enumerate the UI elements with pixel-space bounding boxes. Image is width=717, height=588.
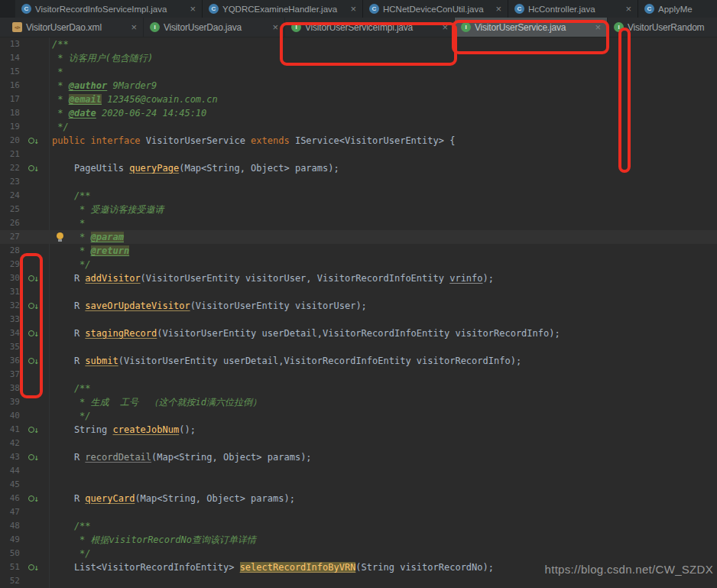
line-number: 45 — [0, 478, 20, 492]
code-line: 21 — [0, 148, 717, 161]
code-token: (VisitorUserEntity visitorUser, VisitorR… — [141, 273, 450, 284]
editor-tab[interactable]: CVisitorRecordInfoServiceImpl.java× — [15, 0, 203, 18]
code-token: PageUtils — [52, 163, 129, 174]
implemented-marker-icon[interactable]: ↓ — [28, 275, 39, 283]
code-token: 123456@cowain.com.cn — [102, 94, 218, 105]
tab-close-icon[interactable]: × — [492, 4, 501, 14]
code-token: R — [52, 273, 85, 284]
line-number: 16 — [0, 79, 20, 93]
implemented-marker-icon[interactable]: ↓ — [28, 137, 39, 145]
intention-bulb-icon[interactable] — [57, 232, 63, 239]
line-number: 39 — [0, 395, 20, 409]
code-token: * 访客用户(包含随行) — [52, 53, 153, 63]
code-text: */ — [52, 547, 91, 560]
editor-tab[interactable]: IVisitorUserDao.java× — [144, 18, 285, 37]
tab-label: YQDRCExamineHandler.java — [222, 5, 337, 14]
code-text: R submit(VisitorUserEntity userDetail,Vi… — [52, 354, 521, 368]
code-text: */ — [52, 258, 91, 271]
code-text: * @return — [52, 244, 129, 258]
code-text: /** — [52, 519, 91, 533]
editor-tab[interactable]: </>VisitorUserDao.xml× — [6, 18, 144, 37]
code-line: 14 * 访客用户(包含随行) — [0, 51, 717, 65]
gutter-cell: ↓ — [20, 560, 47, 574]
gutter-cell — [20, 382, 47, 395]
gutter-cell — [20, 505, 47, 519]
line-number: 14 — [0, 51, 20, 65]
gutter-cell — [20, 340, 47, 354]
line-number: 15 — [0, 65, 20, 79]
code-line: 39 * 生成 工号 （这个就按id满六位拉倒） — [0, 395, 717, 409]
gutter-cell — [20, 409, 47, 423]
tab-close-icon[interactable]: × — [270, 22, 278, 32]
tab-close-icon[interactable]: × — [622, 4, 631, 14]
gutter-cell — [20, 65, 47, 79]
code-token: addVisitor — [85, 273, 140, 284]
gutter-cell — [20, 464, 47, 478]
implemented-marker-icon[interactable]: ↓ — [28, 426, 39, 434]
implemented-marker-arrow: ↓ — [34, 564, 39, 572]
tab-close-icon[interactable]: × — [440, 22, 448, 32]
implemented-marker-icon[interactable]: ↓ — [28, 302, 39, 310]
code-line: 42 — [0, 437, 717, 450]
editor-tab[interactable]: CHcController.java× — [508, 0, 638, 18]
code-token: * 根据visitorRecordNo查询该订单详情 — [52, 534, 256, 545]
code-token: stagingRecord — [85, 328, 157, 339]
implemented-marker-icon[interactable]: ↓ — [28, 564, 39, 572]
code-token: * 生成 工号 （这个就按id满六位拉倒） — [52, 397, 261, 408]
implemented-marker-icon[interactable]: ↓ — [28, 164, 39, 173]
tab-label: VisitorUserRandom — [628, 22, 704, 33]
line-number: 31 — [0, 285, 20, 299]
editor-tab[interactable]: CYQDRCExamineHandler.java× — [203, 0, 363, 18]
editor-tab[interactable]: IVisitorUserRandom — [608, 18, 717, 37]
code-token: (VisitorUserEntity visitorUser); — [190, 300, 367, 311]
code-token: selectRecordInfoByVRN — [240, 562, 356, 573]
code-token: /** — [52, 39, 69, 50]
gutter-cell — [20, 547, 47, 560]
implemented-marker-arrow: ↓ — [34, 164, 39, 173]
code-editor[interactable]: 13/**14 * 访客用户(包含随行)15 *16 * @author 9Ma… — [0, 37, 717, 588]
implemented-marker-icon[interactable]: ↓ — [28, 357, 39, 365]
code-line: 18 * @date 2020-06-24 14:45:10 — [0, 106, 717, 120]
tab-bar-secondary: </>VisitorUserDao.xml×IVisitorUserDao.ja… — [0, 18, 717, 37]
tab-close-icon[interactable]: × — [128, 22, 137, 32]
code-token: (); — [179, 424, 196, 435]
tab-bar-primary: CVisitorRecordInfoServiceImpl.java×CYQDR… — [0, 0, 717, 18]
code-token: @email — [69, 94, 102, 105]
line-number: 46 — [0, 492, 20, 505]
code-line: 24 /** — [0, 189, 717, 203]
tab-close-icon[interactable]: × — [347, 4, 356, 14]
editor-tab[interactable]: IVisitorUserService.java× — [455, 18, 608, 37]
code-text: R addVisitor(VisitorUserEntity visitorUs… — [52, 271, 494, 285]
implemented-marker-icon[interactable]: ↓ — [28, 495, 39, 503]
code-text: R saveOrUpdateVisitor(VisitorUserEntity … — [52, 299, 367, 313]
code-token: */ — [52, 259, 91, 270]
gutter-cell — [20, 519, 47, 533]
code-text: * @email 123456@cowain.com.cn — [52, 93, 218, 106]
code-token: @param — [91, 232, 124, 242]
code-line: 35 — [0, 340, 717, 354]
gutter-cell — [20, 437, 47, 450]
gutter-cell — [20, 120, 47, 134]
code-token: (Map<String, Object> params); — [135, 493, 295, 504]
code-token: @return — [91, 245, 130, 256]
code-text: List<VisitorRecordInfoEntity> selectReco… — [52, 560, 494, 574]
code-text: R stagingRecord(VisitorUserEntity userDe… — [52, 326, 560, 340]
gutter-cell — [20, 37, 47, 51]
editor-tab[interactable]: CHCNetDeviceConUtil.java× — [363, 0, 508, 18]
editor-tab[interactable]: CApplyMe× — [638, 0, 717, 18]
code-token: */ — [52, 548, 91, 559]
code-line: 22↓ PageUtils queryPage(Map<String, Obje… — [0, 161, 717, 175]
line-number: 48 — [0, 519, 20, 533]
java-interface-icon: I — [614, 22, 624, 32]
editor-tab[interactable]: IVisitorUserServiceImpl.java× — [285, 18, 455, 37]
implemented-marker-icon[interactable]: ↓ — [28, 330, 39, 338]
tab-close-icon[interactable]: × — [592, 22, 601, 32]
code-line: 48 /** — [0, 519, 717, 533]
tab-close-icon[interactable]: × — [187, 4, 196, 14]
line-number: 43 — [0, 450, 20, 464]
code-line: 13/** — [0, 37, 717, 51]
implemented-marker-icon[interactable]: ↓ — [28, 453, 39, 462]
line-number: 27 — [0, 230, 20, 244]
line-number: 20 — [0, 134, 20, 148]
code-line: 37 — [0, 368, 717, 382]
